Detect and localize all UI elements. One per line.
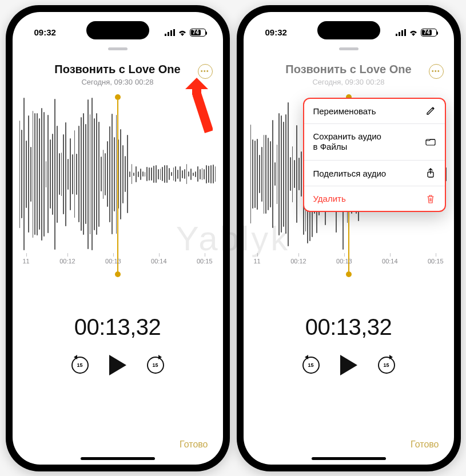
svg-rect-8 (401, 30, 403, 36)
recording-subtitle: Сегодня, 09:3000:28 (255, 78, 443, 86)
dynamic-island (86, 21, 149, 39)
play-button[interactable] (109, 355, 126, 375)
skip-forward-button[interactable]: 15 (147, 357, 164, 374)
status-time: 09:32 (265, 27, 287, 37)
dynamic-island (317, 21, 380, 39)
svg-rect-1 (168, 32, 169, 36)
battery-icon: 74 (421, 29, 437, 37)
recording-subtitle: Сегодня, 09:3000:28 (24, 78, 212, 86)
pencil-icon (425, 106, 436, 115)
menu-delete[interactable]: Удалить (304, 186, 445, 211)
recording-header: Позвонить с Love One Сегодня, 09:3000:28… (244, 50, 454, 90)
playback-time: 00:13,32 (244, 314, 454, 340)
done-button[interactable]: Готово (411, 439, 439, 450)
cellular-icon (165, 29, 175, 36)
play-button[interactable] (340, 355, 357, 375)
svg-rect-3 (173, 29, 175, 36)
svg-rect-7 (399, 32, 400, 36)
folder-icon (425, 138, 436, 146)
menu-rename[interactable]: Переименовать (304, 99, 445, 124)
skip-back-button[interactable]: 15 (302, 357, 320, 374)
trash-icon (425, 194, 436, 203)
wifi-icon (178, 29, 187, 36)
playhead-indicator (115, 94, 121, 277)
playback-time: 00:13,32 (13, 314, 223, 340)
share-icon (425, 168, 436, 178)
cellular-icon (396, 29, 406, 36)
playback-controls: 15 15 (13, 355, 223, 375)
recording-header: Позвонить с Love One Сегодня, 09:3000:28… (13, 50, 223, 90)
phone-right: 09:32 74 Позвонить с Love One Сегодня, 0… (237, 5, 461, 471)
wifi-icon (409, 29, 418, 36)
home-indicator[interactable] (312, 457, 386, 460)
skip-back-button[interactable]: 15 (71, 357, 89, 374)
skip-forward-button[interactable]: 15 (378, 357, 395, 374)
svg-rect-0 (165, 34, 166, 36)
status-time: 09:32 (34, 27, 56, 37)
recording-title: Позвонить с Love One (255, 63, 443, 76)
svg-rect-2 (170, 30, 172, 36)
menu-save-to-files[interactable]: Сохранить аудиов Файлы (304, 124, 445, 161)
more-options-button[interactable]: ••• (198, 64, 213, 79)
home-indicator[interactable] (81, 457, 155, 460)
svg-rect-9 (404, 29, 406, 36)
recording-title: Позвонить с Love One (24, 63, 212, 76)
phone-left: 09:32 74 Позвонить с Love One Сегодня, 0… (6, 5, 230, 471)
menu-share[interactable]: Поделиться аудио (304, 161, 445, 186)
waveform-area[interactable]: 11 00:12 00:13 00:14 00:15 (13, 94, 223, 289)
more-options-button[interactable]: ••• (429, 64, 444, 79)
done-button[interactable]: Готово (180, 439, 208, 450)
playback-controls: 15 15 (244, 355, 454, 375)
svg-rect-6 (396, 34, 397, 36)
battery-icon: 74 (190, 29, 206, 37)
context-menu: Переименовать Сохранить аудиов Файлы Под… (303, 98, 446, 213)
